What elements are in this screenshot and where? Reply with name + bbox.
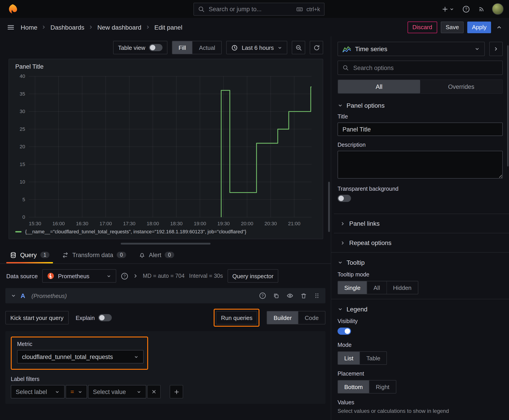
tooltip-mode-segment: Single All Hidden xyxy=(338,281,418,294)
tooltip-mode-all[interactable]: All xyxy=(367,281,386,294)
query-help-icon[interactable]: ? xyxy=(259,292,266,299)
tab-overrides[interactable]: Overrides xyxy=(420,80,502,93)
select-value-placeholder: Select value xyxy=(93,388,126,395)
main-scrollbar-thumb[interactable] xyxy=(328,182,330,232)
tooltip-mode-single[interactable]: Single xyxy=(338,281,367,294)
legend-visibility-switch[interactable] xyxy=(338,328,351,335)
delete-query-icon[interactable] xyxy=(300,292,307,299)
svg-text:?: ? xyxy=(465,7,467,11)
visualization-picker[interactable]: Time series xyxy=(338,42,485,56)
run-queries-button[interactable]: Run queries xyxy=(216,311,258,324)
tooltip-mode-hidden[interactable]: Hidden xyxy=(386,281,418,294)
database-icon xyxy=(10,252,17,258)
kick-start-query-button[interactable]: Kick start your query xyxy=(5,311,68,324)
legend-item[interactable]: {__name__="cloudflared_tunnel_total_requ… xyxy=(9,229,323,239)
add-menu-button[interactable] xyxy=(440,4,456,14)
panel-links-section[interactable]: Panel links xyxy=(334,214,509,233)
chevron-down-icon[interactable] xyxy=(11,293,16,298)
tab-all[interactable]: All xyxy=(338,80,420,93)
query-inspector-button[interactable]: Query inspector xyxy=(227,269,279,283)
apply-button[interactable]: Apply xyxy=(467,21,491,33)
sidebar-scrollbar-thumb[interactable] xyxy=(507,45,509,166)
legend-heading: Legend xyxy=(347,306,367,313)
timeseries-chart[interactable]: 051015202530354015:3016:0016:3017:0017:3… xyxy=(13,71,314,229)
datasource-picker[interactable]: Prometheus xyxy=(42,269,116,283)
fill-option[interactable]: Fill xyxy=(172,41,192,54)
chevron-right-icon xyxy=(88,25,93,30)
chevron-right-icon xyxy=(42,25,46,30)
tab-query-count: 1 xyxy=(40,252,50,258)
panel-description-input[interactable] xyxy=(338,151,503,179)
datasource-help-icon[interactable]: ? xyxy=(121,272,128,280)
select-label-dropdown[interactable]: Select label xyxy=(11,385,65,398)
tooltip-header[interactable]: Tooltip xyxy=(331,253,509,270)
query-editor-body: Metric cloudflared_tunnel_total_requests… xyxy=(5,331,326,404)
legend-placement-bottom[interactable]: Bottom xyxy=(338,381,369,393)
explain-label: Explain xyxy=(76,314,95,321)
explain-switch[interactable] xyxy=(98,314,112,321)
panel-title[interactable]: Panel Title xyxy=(9,59,323,71)
tab-alert[interactable]: Alert 0 xyxy=(133,246,179,263)
datasource-label: Data source xyxy=(6,273,38,279)
drag-handle-icon[interactable] xyxy=(314,292,320,299)
discard-button[interactable]: Discard xyxy=(408,21,437,33)
query-ref-id[interactable]: A xyxy=(21,292,25,299)
legend-header[interactable]: Legend xyxy=(331,299,509,317)
table-view-control[interactable]: Table view xyxy=(113,41,167,54)
clock-icon xyxy=(231,44,238,51)
repeat-options-section[interactable]: Repeat options xyxy=(334,233,509,252)
zoom-out-button[interactable] xyxy=(292,41,305,54)
legend-series-label[interactable]: {__name__="cloudflared_tunnel_total_requ… xyxy=(25,229,246,234)
breadcrumb-dashboards[interactable]: Dashboards xyxy=(51,23,84,31)
svg-text:15: 15 xyxy=(20,162,25,167)
svg-text:35: 35 xyxy=(20,91,25,97)
label-filter-row: Select label = Select value xyxy=(11,385,320,398)
title-field-label: Title xyxy=(338,113,503,120)
builder-option[interactable]: Builder xyxy=(267,311,298,324)
breadcrumb-new-dashboard[interactable]: New dashboard xyxy=(97,23,141,31)
global-search[interactable]: ctrl+k xyxy=(193,3,325,16)
add-filter-button[interactable] xyxy=(170,385,183,398)
legend-placement-right[interactable]: Right xyxy=(369,381,396,393)
builder-code-segment: Builder Code xyxy=(267,311,326,324)
table-view-label: Table view xyxy=(118,44,145,51)
global-search-input[interactable] xyxy=(208,5,293,13)
query-section-tabs: Query 1 Transform data 0 Alert 0 xyxy=(0,246,331,264)
tab-transform-data[interactable]: Transform data 0 xyxy=(57,246,131,263)
save-button[interactable]: Save xyxy=(441,21,464,33)
query-row-header[interactable]: A (Prometheus) ? xyxy=(5,288,326,303)
toggle-visibility-icon[interactable] xyxy=(286,292,294,299)
options-search[interactable] xyxy=(338,60,503,75)
run-queries-label: Run queries xyxy=(221,314,252,321)
time-range-picker[interactable]: Last 6 hours xyxy=(227,41,287,54)
help-button[interactable]: ? xyxy=(461,4,471,14)
user-avatar[interactable] xyxy=(492,3,504,15)
pane-resize-handle[interactable] xyxy=(121,243,210,245)
select-value-dropdown[interactable]: Select value xyxy=(88,385,146,398)
transparent-background-switch[interactable] xyxy=(338,195,351,202)
panel-title-input[interactable] xyxy=(338,122,503,136)
legend-mode-table[interactable]: Table xyxy=(359,352,387,364)
tab-query[interactable]: Query 1 xyxy=(5,246,55,263)
query-options-expander-icon[interactable] xyxy=(133,273,138,279)
code-option[interactable]: Code xyxy=(298,311,325,324)
options-search-input[interactable] xyxy=(352,64,498,72)
breadcrumb-home[interactable]: Home xyxy=(21,23,38,31)
collapse-header-button[interactable] xyxy=(495,23,504,32)
grafana-logo[interactable] xyxy=(5,4,20,14)
table-view-switch[interactable] xyxy=(149,44,162,51)
duplicate-query-icon[interactable] xyxy=(273,292,280,299)
metric-select[interactable]: cloudflared_tunnel_total_requests xyxy=(17,350,144,363)
options-scroll-area: Panel options Title Description Transpar… xyxy=(331,96,509,420)
panel-options-header[interactable]: Panel options xyxy=(331,96,509,113)
news-feed-icon[interactable] xyxy=(477,4,486,14)
actual-option[interactable]: Actual xyxy=(192,41,221,54)
refresh-button[interactable] xyxy=(310,41,323,54)
operator-dropdown[interactable]: = xyxy=(66,385,87,398)
panel-options-heading: Panel options xyxy=(347,102,385,109)
remove-filter-button[interactable] xyxy=(147,385,161,398)
collapse-options-button[interactable] xyxy=(489,42,503,56)
menu-toggle-button[interactable] xyxy=(5,22,16,32)
legend-mode-list[interactable]: List xyxy=(338,352,359,364)
legend-section: Legend Visibility Mode List Table xyxy=(331,299,509,420)
